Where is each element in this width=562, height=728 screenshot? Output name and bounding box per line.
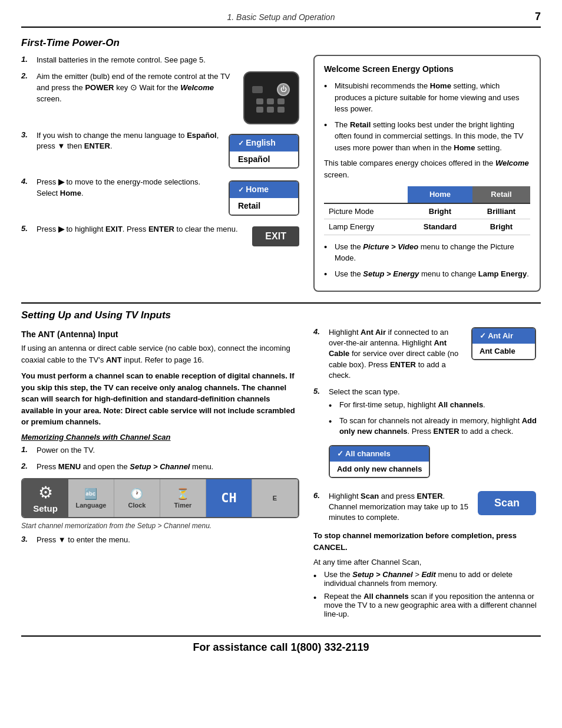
bullet-icon: • xyxy=(313,570,320,582)
channels-menu: All channels Add only new channels xyxy=(329,445,430,478)
step-2: 2. ⏻ xyxy=(21,71,299,124)
ant-step-1: 1. Power on the TV. xyxy=(21,445,299,456)
gear-icon: ⚙ xyxy=(38,483,53,502)
ant-right-step-5: 5. Select the scan type. • For first-tim… xyxy=(313,387,541,485)
bullet-icon: • xyxy=(324,80,331,92)
table-cell-retail-lamp: Bright xyxy=(472,219,530,235)
step-4-content: Home Retail Press ▶ to move to the energ… xyxy=(37,177,299,218)
table-header-retail: Retail xyxy=(472,186,530,203)
ant-step-2: 2. Press MENU and open the Setup > Chann… xyxy=(21,462,299,472)
welcome-footer-bullet-2-text: Use the Setup > Energy menu to change La… xyxy=(335,268,529,280)
ant-step-2-num: 2. xyxy=(21,462,32,470)
scan-bullet-1-text: For first-time setup, highlight All chan… xyxy=(339,400,485,410)
header-title: 1. Basic Setup and Operation xyxy=(39,12,523,22)
welcome-footer-bullet-2: • Use the Setup > Energy menu to change … xyxy=(324,268,530,280)
espanol-menu-item: Español xyxy=(230,151,298,168)
remote-dot xyxy=(256,98,263,104)
section1-title: First-Time Power-On xyxy=(21,37,541,49)
language-tab-icon: 🔤 xyxy=(84,487,97,500)
remote-dot xyxy=(277,107,285,113)
page-header: 1. Basic Setup and Operation 7 xyxy=(21,11,541,28)
welcome-bullet-2-text: The Retail setting looks best under the … xyxy=(335,119,530,154)
language-menu: English Español xyxy=(229,134,299,169)
scan-button[interactable]: Scan xyxy=(478,491,536,515)
after-scan-bullet-1: • Use the Setup > Channel > Edit menu to… xyxy=(313,570,541,588)
page-footer: For assistance call 1(800) 332-2119 xyxy=(21,635,541,654)
section2-content: The ANT (Antenna) Input If using an ante… xyxy=(21,327,541,622)
setup-label: Setup xyxy=(33,503,58,513)
bullet-icon: • xyxy=(324,119,331,131)
setup-menu-image: ⚙ Setup 🔤 Language 🕐 Clock ⏳ xyxy=(21,478,299,518)
after-scan-bullet-2-text: Repeat the All channels scan if you repo… xyxy=(324,592,541,618)
channel-tab-icon: CH xyxy=(221,490,237,505)
timer-tab-icon: ⏳ xyxy=(176,487,189,500)
setup-icon-area: ⚙ Setup xyxy=(22,479,68,517)
page-number: 7 xyxy=(523,11,541,23)
step-3-num: 3. xyxy=(21,130,32,139)
section2-title: Setting Up and Using TV Inputs xyxy=(21,309,541,321)
ant-step-1-num: 1. xyxy=(21,445,32,454)
exit-button: EXIT xyxy=(252,226,299,246)
table-cell-home-lamp: Standard xyxy=(408,219,472,235)
ant-step-3-content: Press ▼ to enter the menu. xyxy=(37,535,299,545)
step-2-num: 2. xyxy=(21,71,32,80)
ant-step-3-num: 3. xyxy=(21,535,32,543)
ant-right-step-4: 4. Ant Air Ant Cable Highlight Ant Air i… xyxy=(313,327,541,381)
compare-text: This table compares energy choices offer… xyxy=(324,157,530,180)
footer-text: For assistance call 1(800) 332-2119 xyxy=(193,641,369,653)
setup-tab-clock: 🕐 Clock xyxy=(114,479,160,517)
ant-right-step-4-content: Ant Air Ant Cable Highlight Ant Air if c… xyxy=(329,327,536,381)
remote-dot xyxy=(267,98,274,104)
section2-left: The ANT (Antenna) Input If using an ante… xyxy=(21,327,299,622)
ant-right-step-6-content: Scan Highlight Scan and press ENTER. Cha… xyxy=(329,491,536,523)
tab-timer-label: Timer xyxy=(174,502,192,509)
remote-dot xyxy=(267,107,274,113)
ant-right-step-5-num: 5. xyxy=(313,387,324,396)
ant-right-step-6-num: 6. xyxy=(313,491,324,500)
setup-tabs: 🔤 Language 🕐 Clock ⏳ Timer CH xyxy=(68,479,298,517)
step-1-content: Install batteries in the remote control.… xyxy=(37,55,299,65)
ant-step-1-content: Power on the TV. xyxy=(37,445,299,456)
section-divider xyxy=(21,302,541,304)
remote-dots xyxy=(256,98,286,113)
ant-right-step-6: 6. Scan Highlight Scan and press ENTER. … xyxy=(313,491,541,523)
tab-language-label: Language xyxy=(76,502,107,509)
mode-menu: Home Retail xyxy=(229,180,299,215)
ant-subsection-title: The ANT (Antenna) Input xyxy=(21,330,299,339)
table-cell-retail-picture: Brilliant xyxy=(472,203,530,219)
section1-right: Welcome Screen Energy Options • Mitsubis… xyxy=(313,55,541,292)
step-1: 1. Install batteries in the remote contr… xyxy=(21,55,299,65)
remote-rect xyxy=(252,86,263,93)
section1-content: 1. Install batteries in the remote contr… xyxy=(21,55,541,292)
ant-step-2-content: Press MENU and open the Setup > Channel … xyxy=(37,462,299,472)
section-first-time-power-on: First-Time Power-On 1. Install batteries… xyxy=(21,37,541,292)
bullet-icon: • xyxy=(324,241,331,253)
table-header-home: Home xyxy=(408,186,472,203)
table-header-empty xyxy=(324,186,408,203)
table-row: Lamp Energy Standard Bright xyxy=(324,219,530,235)
setup-tab-channel[interactable]: CH xyxy=(206,479,252,517)
bullet-icon: • xyxy=(324,268,331,280)
welcome-bullet-1-text: Mitsubishi recommends the Home setting, … xyxy=(335,80,530,115)
step-3-content: English Español If you wish to change th… xyxy=(37,130,299,171)
bullet-icon: • xyxy=(329,416,336,427)
clock-tab-icon: 🕐 xyxy=(130,487,143,500)
bullet-icon: • xyxy=(329,400,336,411)
remote-dot xyxy=(256,107,263,113)
table-cell-home-picture: Bright xyxy=(408,203,472,219)
after-scan-text: At any time after Channel Scan, xyxy=(313,558,541,566)
bullet-icon: • xyxy=(313,592,320,604)
setup-menu-caption: Start channel memorization from the Setu… xyxy=(21,522,299,530)
ant-air-item: Ant Air xyxy=(472,328,535,344)
ant-step-3: 3. Press ▼ to enter the menu. xyxy=(21,535,299,545)
after-scan-bullet-1-text: Use the Setup > Channel > Edit menu to a… xyxy=(324,570,541,588)
scan-bullet-2: • To scan for channels not already in me… xyxy=(329,416,541,437)
ant-menu: Ant Air Ant Cable xyxy=(471,327,536,360)
step-5-content: EXIT Press ▶ to highlight EXIT. Press EN… xyxy=(37,224,299,246)
welcome-box: Welcome Screen Energy Options • Mitsubis… xyxy=(313,55,541,292)
remote-image: ⏻ xyxy=(243,71,299,124)
ant-cable-item: Ant Cable xyxy=(472,344,535,359)
setup-tab-extra: E xyxy=(252,479,298,517)
remote-dot xyxy=(277,98,285,104)
welcome-box-title: Welcome Screen Energy Options xyxy=(324,63,530,75)
